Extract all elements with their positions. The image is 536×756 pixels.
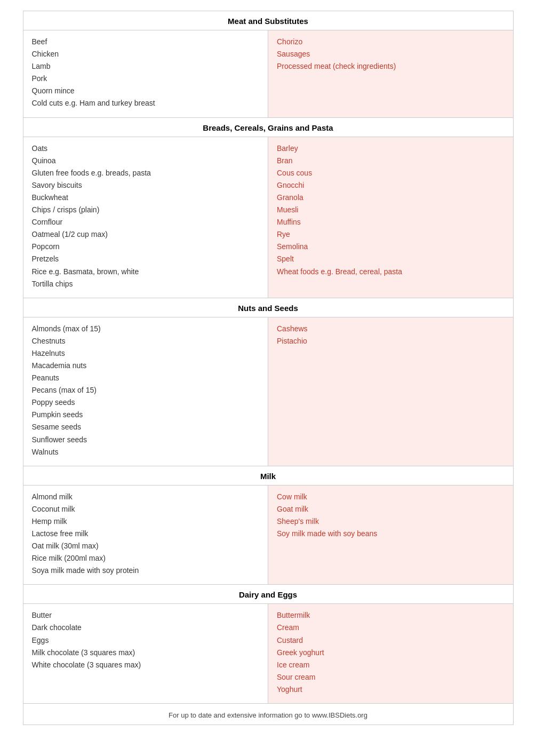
section-nuts: Nuts and SeedsAlmonds (max of 15)Chestnu… <box>23 298 513 466</box>
col-red-nuts: CashewsPistachio <box>268 317 513 466</box>
green-item: Eggs <box>32 634 260 647</box>
green-item: Quorn mince <box>32 85 260 97</box>
section-header-nuts: Nuts and Seeds <box>23 298 513 317</box>
red-item: Wheat foods e.g. Bread, cereal, pasta <box>277 266 505 278</box>
red-item: Yoghurt <box>277 683 505 696</box>
red-item: Granola <box>277 192 505 204</box>
green-item: Rice milk (200ml max) <box>32 552 260 564</box>
section-body-dairy: ButterDark chocolateEggsMilk chocolate (… <box>23 604 513 704</box>
red-item: Spelt <box>277 253 505 265</box>
red-item: Sheep's milk <box>277 515 505 528</box>
red-item: Semolina <box>277 241 505 253</box>
footer-text: For up to date and extensive information… <box>23 704 513 725</box>
green-item: Cold cuts e.g. Ham and turkey breast <box>32 97 260 109</box>
red-item: Sausages <box>277 48 505 60</box>
green-item: Chicken <box>32 48 260 60</box>
green-item: Quinoa <box>32 155 260 167</box>
red-item: Chorizo <box>277 36 505 48</box>
green-item: Dark chocolate <box>32 622 260 634</box>
green-item: Walnuts <box>32 446 260 458</box>
green-item: Cornflour <box>32 216 260 228</box>
section-header-dairy: Dairy and Eggs <box>23 585 513 604</box>
section-meat: Meat and SubstitutesBeefChickenLambPorkQ… <box>23 11 513 118</box>
red-item: Cow milk <box>277 491 505 503</box>
red-item: Buttermilk <box>277 609 505 622</box>
green-item: Pumpkin seeds <box>32 409 260 421</box>
green-item: Sunflower seeds <box>32 434 260 446</box>
green-item: Oatmeal (1/2 cup max) <box>32 228 260 241</box>
green-item: Chips / crisps (plain) <box>32 204 260 216</box>
green-item: Pork <box>32 73 260 85</box>
red-item: Greek yoghurt <box>277 647 505 659</box>
green-item: Lamb <box>32 60 260 73</box>
green-item: Gluten free foods e.g. breads, pasta <box>32 167 260 179</box>
green-item: Rice e.g. Basmata, brown, white <box>32 266 260 278</box>
red-item: Gnocchi <box>277 179 505 192</box>
section-header-breads: Breads, Cereals, Grains and Pasta <box>23 118 513 137</box>
red-item: Ice cream <box>277 659 505 671</box>
green-item: Chestnuts <box>32 335 260 347</box>
green-item: Butter <box>32 609 260 622</box>
red-item: Soy milk made with soy beans <box>277 528 505 540</box>
green-item: Sesame seeds <box>32 421 260 433</box>
col-green-nuts: Almonds (max of 15)ChestnutsHazelnutsMac… <box>23 317 269 466</box>
red-item: Barley <box>277 142 505 155</box>
section-body-nuts: Almonds (max of 15)ChestnutsHazelnutsMac… <box>23 317 513 466</box>
green-item: Tortilla chips <box>32 278 260 290</box>
section-milk: MilkAlmond milkCoconut milkHemp milkLact… <box>23 466 513 585</box>
col-green-dairy: ButterDark chocolateEggsMilk chocolate (… <box>23 604 269 703</box>
red-item: Muesli <box>277 204 505 216</box>
red-item: Bran <box>277 155 505 167</box>
red-item: Goat milk <box>277 503 505 515</box>
section-body-breads: OatsQuinoaGluten free foods e.g. breads,… <box>23 137 513 298</box>
green-item: Peanuts <box>32 372 260 384</box>
green-item: Almond milk <box>32 491 260 503</box>
sections-wrapper: Meat and SubstitutesBeefChickenLambPorkQ… <box>23 11 513 704</box>
col-red-milk: Cow milkGoat milkSheep's milkSoy milk ma… <box>268 486 513 585</box>
red-item: Pistachio <box>277 335 505 347</box>
col-green-breads: OatsQuinoaGluten free foods e.g. breads,… <box>23 137 269 298</box>
col-red-dairy: ButtermilkCreamCustardGreek yoghurtIce c… <box>268 604 513 703</box>
green-item: Almonds (max of 15) <box>32 323 260 335</box>
section-breads: Breads, Cereals, Grains and PastaOatsQui… <box>23 118 513 298</box>
red-item: Rye <box>277 228 505 241</box>
red-item: Custard <box>277 634 505 647</box>
green-item: Beef <box>32 36 260 48</box>
section-header-meat: Meat and Substitutes <box>23 11 513 30</box>
red-item: Processed meat (check ingredients) <box>277 60 505 73</box>
red-item: Sour cream <box>277 671 505 683</box>
green-item: Hazelnuts <box>32 347 260 360</box>
green-item: Coconut milk <box>32 503 260 515</box>
green-item: Oat milk (30ml max) <box>32 540 260 552</box>
col-red-breads: BarleyBranCous cousGnocchiGranolaMuesliM… <box>268 137 513 298</box>
section-body-meat: BeefChickenLambPorkQuorn minceCold cuts … <box>23 30 513 118</box>
col-red-meat: ChorizoSausagesProcessed meat (check ing… <box>268 30 513 117</box>
section-dairy: Dairy and EggsButterDark chocolateEggsMi… <box>23 585 513 704</box>
col-green-meat: BeefChickenLambPorkQuorn minceCold cuts … <box>23 30 269 117</box>
red-item: Cashews <box>277 323 505 335</box>
green-item: Buckwheat <box>32 192 260 204</box>
green-item: Poppy seeds <box>32 396 260 409</box>
red-item: Muffins <box>277 216 505 228</box>
green-item: Oats <box>32 142 260 155</box>
green-item: Lactose free milk <box>32 528 260 540</box>
red-item: Cream <box>277 622 505 634</box>
col-green-milk: Almond milkCoconut milkHemp milkLactose … <box>23 486 269 585</box>
green-item: Hemp milk <box>32 515 260 528</box>
green-item: Savory biscuits <box>32 179 260 192</box>
red-item: Cous cous <box>277 167 505 179</box>
green-item: Soya milk made with soy protein <box>32 564 260 577</box>
green-item: Pecans (max of 15) <box>32 384 260 396</box>
green-item: Milk chocolate (3 squares max) <box>32 647 260 659</box>
section-body-milk: Almond milkCoconut milkHemp milkLactose … <box>23 486 513 585</box>
green-item: Pretzels <box>32 253 260 265</box>
green-item: Macademia nuts <box>32 360 260 372</box>
green-item: White chocolate (3 squares max) <box>32 659 260 671</box>
main-container: Meat and SubstitutesBeefChickenLambPorkQ… <box>23 11 514 725</box>
section-header-milk: Milk <box>23 466 513 486</box>
green-item: Popcorn <box>32 241 260 253</box>
